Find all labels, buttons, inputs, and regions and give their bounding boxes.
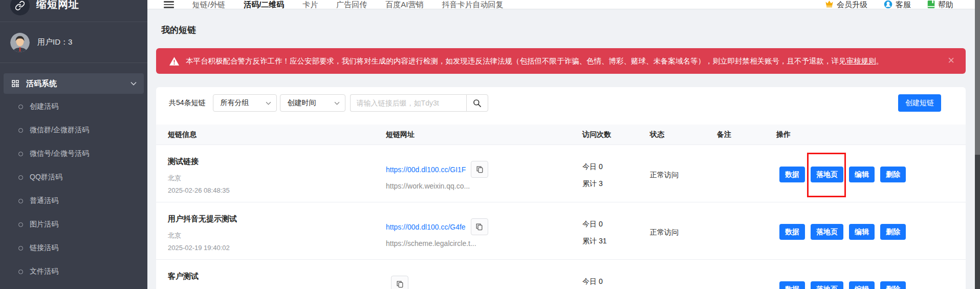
service-label: 客服 <box>896 0 911 9</box>
link-title: 用户抖音无提示测试 <box>168 214 386 223</box>
logo: 缩短网址 <box>0 0 147 22</box>
data-button[interactable]: 数据 <box>779 167 805 182</box>
status-label: 正常访问 <box>650 145 717 202</box>
audit-rules-link[interactable]: 审核规则 <box>846 57 876 65</box>
sidebar-item-normal-huoma[interactable]: 普通活码 <box>0 189 147 213</box>
column-header: 状态 <box>650 130 717 139</box>
search-input[interactable] <box>350 94 466 112</box>
total-count-label: 共54条短链 <box>169 98 206 108</box>
sidebar-item-label: 创建活码 <box>30 102 58 111</box>
bullet-icon <box>18 199 23 203</box>
edit-button[interactable]: 编辑 <box>849 224 875 240</box>
tab-huoma-qrcode[interactable]: 活码/二维码 <box>244 0 284 9</box>
bullet-icon <box>18 175 23 180</box>
sidebar-item-label: 微信号/企微号活码 <box>30 149 89 158</box>
visits-total: 累计 3 <box>582 179 650 188</box>
link-icon <box>10 0 30 15</box>
sidebar-item-label: 微信群/企微群活码 <box>30 126 89 135</box>
visits-total: 累计 31 <box>582 237 650 245</box>
group-filter-value: 所有分组 <box>221 98 249 108</box>
data-button[interactable]: 数据 <box>779 281 805 289</box>
link-location: 北京 <box>168 174 386 182</box>
remark-cell <box>717 202 776 259</box>
help-icon <box>927 0 935 9</box>
target-url: https://scheme.legalcircle.t... <box>386 239 582 247</box>
create-shortlink-button[interactable]: 创建短链 <box>898 94 941 112</box>
column-header: 操作 <box>776 130 955 139</box>
bullet-icon <box>18 105 23 109</box>
sidebar-item-label: 链接活码 <box>30 243 58 253</box>
sidebar-item-file-huoma[interactable]: 文件活码 <box>0 260 147 283</box>
search-button[interactable] <box>466 94 488 112</box>
bullet-icon <box>18 152 23 156</box>
user-id-label: 用户ID：3 <box>37 37 72 47</box>
sidebar-item-link-huoma[interactable]: 链接活码 <box>0 236 147 260</box>
group-filter-select[interactable]: 所有分组 <box>213 94 277 112</box>
tab-douyin-autoreply[interactable]: 抖音卡片自动回复 <box>442 0 504 9</box>
sidebar-item-create-huoma[interactable]: 创建活码 <box>0 95 147 118</box>
sidebar-item-huoma-system[interactable]: 活码系统 <box>4 73 144 94</box>
delete-button[interactable]: 删除 <box>880 224 906 240</box>
edit-button[interactable]: 编辑 <box>849 281 875 289</box>
edit-button[interactable]: 编辑 <box>849 167 875 182</box>
tab-card[interactable]: 卡片 <box>302 0 318 9</box>
upgrade-link[interactable]: 会员升级 <box>825 0 867 9</box>
app-title: 缩短网址 <box>36 0 79 10</box>
delete-button[interactable]: 删除 <box>880 167 906 182</box>
visits-today: 今日 0 <box>582 277 650 286</box>
time-filter-select[interactable]: 创建时间 <box>280 94 345 112</box>
warning-icon <box>169 57 179 66</box>
avatar <box>10 33 30 52</box>
service-icon <box>884 0 892 9</box>
help-label: 帮助 <box>938 0 953 9</box>
copy-icon <box>475 222 484 231</box>
vertical-scrollbar[interactable] <box>975 0 980 289</box>
column-header: 访问次数 <box>582 130 650 139</box>
remark-cell <box>717 260 776 289</box>
sidebar-item-label: 图片活码 <box>30 220 58 229</box>
hamburger-menu-icon[interactable] <box>164 1 174 8</box>
tab-shortlink[interactable]: 短链/外链 <box>192 0 225 9</box>
warning-banner: 本平台积极配合警方反诈工作！应公安部要求，我们将对生成的内容进行检测，如发现违反… <box>156 48 966 74</box>
tab-baidu-ai[interactable]: 百度AI营销 <box>385 0 423 9</box>
sidebar-item-qq-group[interactable]: QQ群活码 <box>0 166 147 189</box>
customer-service-link[interactable]: 客服 <box>884 0 911 9</box>
link-created-time: 2025-02-19 19:40:02 <box>168 244 386 252</box>
filter-toolbar: 共54条短链 所有分组 创建时间 创建短 <box>169 94 953 112</box>
landing-page-button[interactable]: 落地页 <box>811 224 843 240</box>
sidebar-item-image-huoma[interactable]: 图片活码 <box>0 213 147 236</box>
crown-icon <box>825 0 834 8</box>
copy-button[interactable] <box>471 161 488 178</box>
link-location: 北京 <box>168 232 386 240</box>
scrollbar-thumb[interactable] <box>975 0 980 155</box>
status-label <box>650 260 717 289</box>
table-row: 客户测试 今日 0 <box>156 260 966 289</box>
sidebar: 缩短网址 用户ID：3 <box>0 0 147 289</box>
time-filter-value: 创建时间 <box>288 98 316 108</box>
upgrade-label: 会员升级 <box>837 0 867 9</box>
search-group <box>350 94 488 112</box>
landing-page-button[interactable]: 落地页 <box>811 281 843 289</box>
close-icon[interactable]: × <box>948 55 954 66</box>
search-icon <box>472 98 482 108</box>
help-link[interactable]: 帮助 <box>927 0 953 9</box>
sidebar-item-wechat-group[interactable]: 微信群/企微群活码 <box>0 118 147 142</box>
data-button[interactable]: 数据 <box>779 224 805 240</box>
sidebar-item-wechat-account[interactable]: 微信号/企微号活码 <box>0 142 147 166</box>
chevron-down-icon <box>260 101 271 105</box>
chevron-down-icon <box>130 81 137 86</box>
visits-today: 今日 0 <box>582 220 650 229</box>
copy-button[interactable] <box>471 218 488 235</box>
remark-cell <box>717 145 776 202</box>
tab-ad-callback[interactable]: 广告回传 <box>336 0 367 9</box>
sidebar-item-label: 文件活码 <box>30 267 58 276</box>
bullet-icon <box>18 222 23 227</box>
link-title: 测试链接 <box>168 156 386 166</box>
delete-button[interactable]: 删除 <box>880 281 906 289</box>
short-url-link[interactable]: https://00d.dl100.cc/G4fe <box>386 223 466 231</box>
column-header: 短链网址 <box>386 130 582 139</box>
short-url-link[interactable]: https://00d.dl100.cc/GI1F <box>386 166 466 174</box>
table-header: 短链信息 短链网址 访问次数 状态 备注 操作 <box>156 125 966 145</box>
landing-page-button[interactable]: 落地页 <box>811 167 843 182</box>
copy-button[interactable] <box>391 276 408 289</box>
